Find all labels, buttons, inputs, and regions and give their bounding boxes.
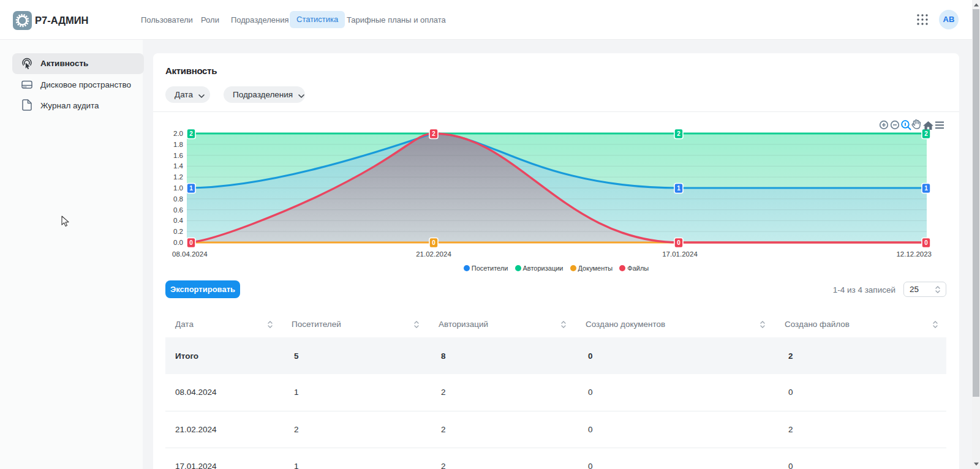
svg-text:1: 1 xyxy=(677,185,680,192)
svg-text:1.8: 1.8 xyxy=(173,141,183,148)
svg-text:08.04.2024: 08.04.2024 xyxy=(172,250,208,258)
svg-text:2: 2 xyxy=(677,130,680,137)
svg-text:0: 0 xyxy=(189,239,193,246)
svg-text:2: 2 xyxy=(189,130,193,137)
svg-text:0.8: 0.8 xyxy=(173,195,183,203)
svg-text:2.0: 2.0 xyxy=(173,130,183,137)
svg-text:0: 0 xyxy=(924,239,928,246)
svg-text:1.0: 1.0 xyxy=(173,184,183,192)
svg-text:1.2: 1.2 xyxy=(173,173,183,181)
svg-text:2: 2 xyxy=(432,130,435,137)
svg-text:0: 0 xyxy=(677,239,680,246)
svg-text:0.0: 0.0 xyxy=(173,239,183,246)
svg-text:0.6: 0.6 xyxy=(173,206,183,214)
svg-text:0.4: 0.4 xyxy=(173,217,184,224)
svg-text:12.12.2023: 12.12.2023 xyxy=(896,250,932,258)
svg-text:1.6: 1.6 xyxy=(173,152,183,159)
svg-text:0: 0 xyxy=(432,239,435,246)
svg-text:1.4: 1.4 xyxy=(173,162,184,170)
svg-text:17.01.2024: 17.01.2024 xyxy=(662,250,698,258)
svg-text:2: 2 xyxy=(924,130,928,137)
svg-text:1: 1 xyxy=(189,185,193,192)
svg-text:0.2: 0.2 xyxy=(173,228,183,235)
svg-text:21.02.2024: 21.02.2024 xyxy=(416,250,451,258)
svg-text:1: 1 xyxy=(924,185,928,192)
